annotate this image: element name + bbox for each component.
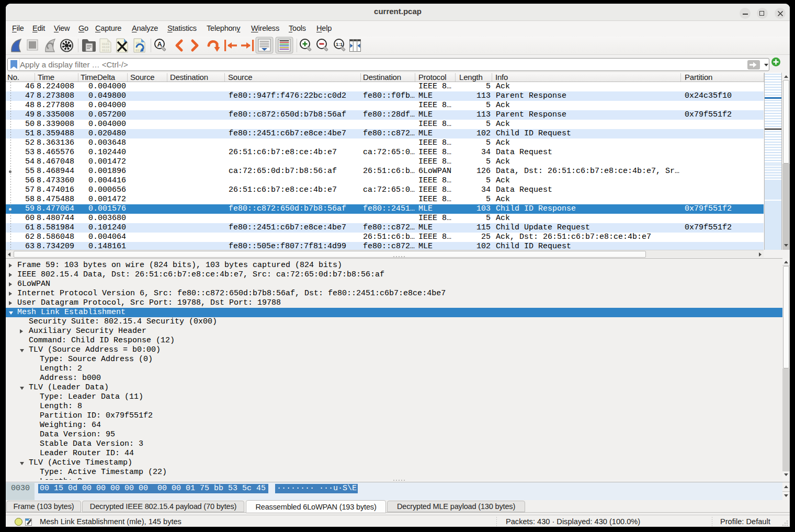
svg-text:A: A xyxy=(157,40,163,48)
svg-text:0111: 0111 xyxy=(102,49,110,52)
svg-text:1:1: 1:1 xyxy=(336,42,343,47)
svg-text:011: 011 xyxy=(135,49,141,52)
